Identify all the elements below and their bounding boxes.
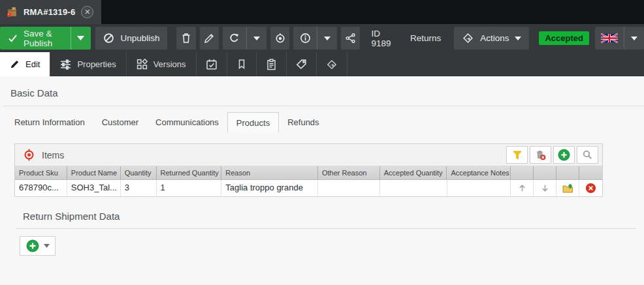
workflow-icon: [462, 32, 474, 44]
cell-returned-quantity[interactable]: 1: [157, 180, 222, 196]
items-toolbar: [506, 146, 598, 164]
subtab-products[interactable]: Products: [227, 112, 279, 132]
document-tabbar: RMA#1319-6 ✕: [0, 0, 644, 24]
filter-button[interactable]: [506, 146, 528, 164]
funnel-icon: [512, 150, 523, 160]
document-tab[interactable]: RMA#1319-6 ✕: [0, 0, 101, 24]
subtab-customer[interactable]: Customer: [93, 112, 147, 132]
subtab-return-information[interactable]: Return Information: [6, 112, 93, 132]
pencil-icon: [10, 59, 20, 69]
cell-product-sku[interactable]: 678790c...: [15, 180, 67, 196]
items-panel-header: Items: [15, 144, 602, 166]
tab-notes-events[interactable]: [257, 52, 287, 76]
row-move-down-button[interactable]: [534, 180, 556, 196]
section-divider: [3, 106, 644, 106]
tab-versions-label: Versions: [153, 59, 186, 69]
magnifier-icon: [582, 149, 593, 160]
cell-acceptance-notes[interactable]: [447, 180, 511, 196]
actions-button[interactable]: Actions: [454, 27, 529, 50]
object-id-text: ID 9189: [371, 29, 396, 48]
document-tab-title: RMA#1319-6: [24, 7, 75, 17]
uk-flag-icon: [601, 33, 618, 43]
cell-quantity[interactable]: 3: [121, 180, 157, 196]
items-panel-title: Items: [42, 150, 64, 160]
tab-tags[interactable]: [287, 52, 317, 76]
column-header-product-name[interactable]: Product Name: [67, 166, 121, 179]
column-header-accepted-quantity[interactable]: Accepted Quantity: [380, 166, 447, 179]
trash-x-icon: [535, 149, 546, 160]
info-caret[interactable]: [317, 27, 337, 50]
column-header-returned-quantity[interactable]: Returned Quantity: [157, 166, 222, 179]
shipment-divider: [16, 228, 636, 229]
clipboard-icon: [266, 59, 277, 70]
subtab-refunds[interactable]: Refunds: [279, 112, 327, 132]
column-header-reason[interactable]: Reason: [221, 166, 318, 179]
tab-bookmark[interactable]: [227, 52, 257, 76]
trash-icon: [181, 33, 191, 44]
add-row-button[interactable]: [553, 146, 575, 164]
column-header-product-sku[interactable]: Product Sku: [15, 166, 67, 179]
crosshair-icon: [274, 33, 286, 44]
arrow-down-icon: [540, 183, 550, 193]
table-row: 678790c... SOH3_Tal... 3 1 Taglia troppo…: [15, 180, 602, 196]
subtab-communications[interactable]: Communications: [147, 112, 227, 132]
cell-product-name[interactable]: SOH3_Tal...: [67, 180, 121, 196]
locate-in-tree-button[interactable]: [270, 27, 289, 50]
cell-reason[interactable]: Taglia troppo grande: [221, 180, 318, 196]
x-circle-icon: [585, 183, 596, 194]
column-header-remove[interactable]: [579, 166, 602, 179]
section-title: Basic Data: [10, 87, 644, 98]
save-publish-button[interactable]: Save & Publish: [0, 27, 71, 50]
pencil-icon: [204, 33, 214, 44]
close-icon[interactable]: ✕: [81, 6, 93, 18]
column-header-move-down[interactable]: [534, 166, 556, 179]
reload-button[interactable]: [223, 27, 246, 50]
tab-edit-label: Edit: [25, 59, 40, 69]
workflow-status-badge: Accepted: [539, 31, 589, 45]
cell-accepted-quantity[interactable]: [380, 180, 447, 196]
share-button[interactable]: [341, 27, 360, 50]
info-button[interactable]: [293, 27, 317, 50]
basic-data-subtabs: Return Information Customer Communicatio…: [6, 112, 644, 132]
save-options-caret[interactable]: [71, 27, 91, 50]
tag-icon: [296, 59, 307, 70]
items-grid-header: Product Sku Product Name Quantity Return…: [15, 166, 602, 180]
reload-caret[interactable]: [247, 27, 266, 50]
items-panel: Items: [14, 143, 603, 197]
tab-workflow[interactable]: [317, 52, 347, 76]
language-flag-button[interactable]: [595, 27, 624, 50]
reload-split-button: [223, 27, 266, 50]
tab-schedule[interactable]: [197, 52, 227, 76]
clear-filter-button[interactable]: [530, 146, 551, 164]
add-shipment-button[interactable]: [20, 236, 56, 256]
tab-edit[interactable]: Edit: [0, 52, 50, 76]
folder-up-icon: [562, 183, 573, 194]
column-header-acceptance-notes[interactable]: Acceptance Notes: [447, 166, 511, 179]
row-remove-button[interactable]: [579, 180, 602, 196]
arrow-up-icon: [517, 183, 527, 193]
calendar-check-icon: [206, 59, 217, 70]
sliders-icon: [60, 59, 71, 70]
plus-circle-icon: [26, 239, 39, 252]
save-publish-label: Save & Publish: [24, 29, 63, 48]
check-icon: [8, 34, 18, 42]
search-button[interactable]: [577, 146, 598, 164]
add-shipment-caret[interactable]: [44, 244, 50, 248]
column-header-quantity[interactable]: Quantity: [121, 166, 157, 179]
cell-other-reason[interactable]: [318, 180, 380, 196]
tab-versions[interactable]: Versions: [127, 52, 197, 76]
save-publish-split-button: Save & Publish: [0, 27, 91, 50]
column-header-other-reason[interactable]: Other Reason: [318, 166, 380, 179]
column-header-move-up[interactable]: [511, 166, 534, 179]
tab-properties[interactable]: Properties: [50, 52, 126, 76]
rename-button[interactable]: [200, 27, 219, 50]
shipment-section-title: Return Shipment Data: [23, 211, 644, 222]
language-split-button: [595, 27, 644, 50]
row-open-button[interactable]: [556, 180, 579, 196]
delete-button[interactable]: [176, 27, 195, 50]
language-caret[interactable]: [624, 27, 644, 50]
unpublish-button[interactable]: Unpublish: [95, 27, 167, 50]
column-header-open[interactable]: [556, 166, 579, 179]
row-move-up-button[interactable]: [511, 180, 534, 196]
actions-caret-icon: [515, 37, 521, 40]
